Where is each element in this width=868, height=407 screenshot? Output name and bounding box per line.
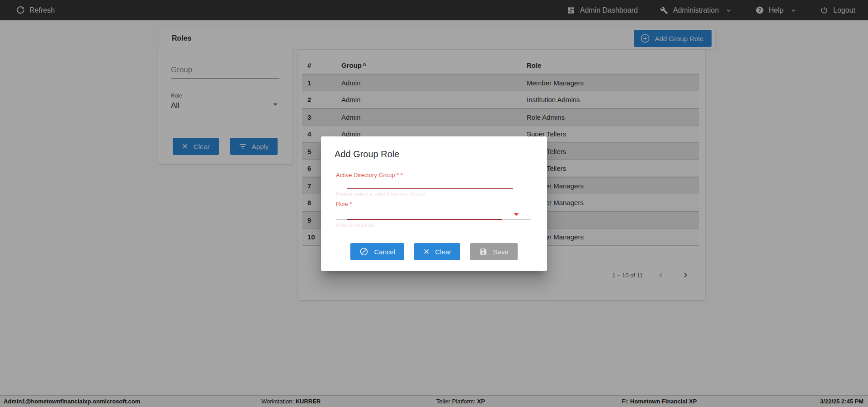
add-group-role-dialog: Add Group Role Active Directory Group * … (321, 136, 547, 271)
dialog-cancel-label: Cancel (374, 248, 395, 256)
role-select[interactable] (336, 208, 531, 220)
dialog-clear-label: Clear (435, 248, 451, 256)
active-directory-group-field[interactable]: Active Directory Group * * Please select… (336, 172, 531, 197)
dialog-save-button[interactable]: Save (470, 243, 517, 260)
dialog-clear-button[interactable]: ✕ Clear (414, 243, 460, 260)
active-directory-group-error: Please select a valid Directory Group (336, 191, 531, 197)
clear-x-icon: ✕ (423, 248, 429, 256)
active-directory-group-input[interactable] (336, 179, 531, 189)
role-error: Role is required (336, 222, 531, 228)
dialog-title: Add Group Role (335, 149, 399, 159)
dropdown-caret-icon (514, 213, 519, 216)
cancel-block-icon (359, 247, 368, 256)
role-label: Role * (336, 201, 531, 207)
save-floppy-icon (479, 248, 487, 256)
dialog-save-label: Save (493, 248, 508, 256)
dialog-cancel-button[interactable]: Cancel (350, 243, 404, 260)
role-field[interactable]: Role * Role is required (336, 201, 531, 228)
active-directory-group-label: Active Directory Group * * (336, 172, 531, 178)
error-underline (347, 219, 502, 220)
error-underline (347, 188, 513, 189)
